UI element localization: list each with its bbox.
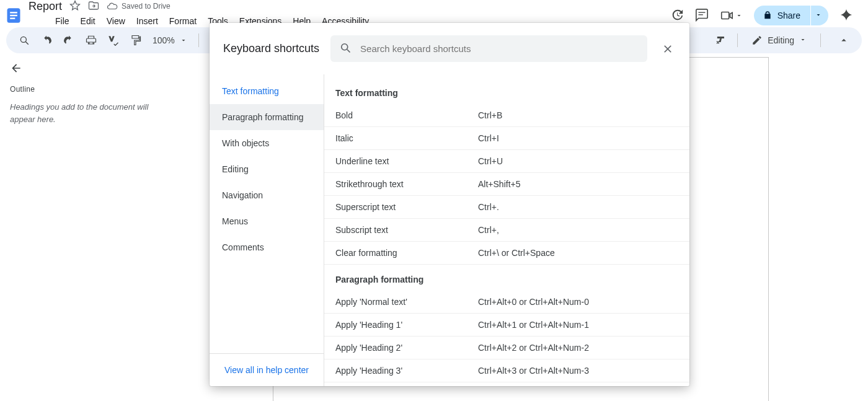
menu-format[interactable]: Format [165,14,201,28]
chevron-down-icon [799,35,807,45]
doc-title[interactable]: Report [27,0,63,13]
spellcheck-icon[interactable] [104,31,123,50]
svg-rect-3 [10,18,15,19]
svg-rect-2 [10,15,17,16]
shortcut-row: BoldCtrl+B [324,104,689,127]
sidebar-item-with-objects[interactable]: With objects [210,130,324,156]
share-button[interactable]: Share [754,6,810,25]
dialog-sidebar: Text formatting Paragraph formatting Wit… [210,74,324,386]
sidebar-item-paragraph-formatting[interactable]: Paragraph formatting [210,104,324,130]
close-icon[interactable] [658,40,677,58]
dialog-search[interactable] [330,35,647,62]
redo-icon[interactable] [60,31,78,50]
print-icon[interactable] [82,31,100,50]
toolbar-separator [198,33,199,47]
toolbar-separator [820,33,821,47]
shortcut-action: Clear formatting [335,248,478,258]
comment-icon[interactable] [695,8,709,24]
search-icon [339,42,352,56]
share-label: Share [777,11,800,20]
menu-insert[interactable]: Insert [132,14,162,28]
outline-pane: Outline Headings you add to the document… [0,53,174,380]
section-title: Text formatting [324,78,689,104]
dialog-sidebar-footer: View all in help center [210,353,324,386]
zoom-value: 100% [153,35,175,45]
shortcut-row: ItalicCtrl+I [324,127,689,150]
dialog-header: Keyboard shortcuts [210,23,689,74]
shortcut-keys: Ctrl+Alt+2 or Ctrl+Alt+Num-2 [478,343,589,353]
star-icon[interactable] [69,0,81,13]
shortcut-action: Strikethrough text [335,179,478,189]
help-center-link[interactable]: View all in help center [224,365,309,375]
shortcut-row: Strikethrough textAlt+Shift+5 [324,173,689,196]
history-icon[interactable] [670,8,684,24]
gemini-icon[interactable] [839,8,853,24]
shortcut-action: Apply 'Heading 2' [335,343,478,353]
sidebar-item-menus[interactable]: Menus [210,208,324,234]
menu-file[interactable]: File [51,14,74,28]
shortcut-row: Apply 'Heading 2'Ctrl+Alt+2 or Ctrl+Alt+… [324,337,689,359]
dialog-title: Keyboard shortcuts [223,42,319,55]
shortcut-keys: Ctrl+Alt+3 or Ctrl+Alt+Num-3 [478,366,589,376]
shortcut-action: Bold [335,110,478,120]
shortcut-keys: Ctrl+\ or Ctrl+Space [478,248,555,258]
shortcut-row: Apply 'Normal text'Ctrl+Alt+0 or Ctrl+Al… [324,291,689,314]
mode-label: Editing [768,35,794,45]
toolbar-separator [737,33,738,47]
dialog-sidebar-items: Text formatting Paragraph formatting Wit… [210,74,324,353]
shortcut-keys: Ctrl+I [478,133,499,143]
svg-point-6 [20,37,26,42]
shortcut-keys: Ctrl+U [478,156,503,166]
clear-formatting-icon[interactable] [711,31,730,50]
paint-format-icon[interactable] [126,31,145,50]
docs-logo[interactable] [4,3,24,28]
header-right: Share [670,6,862,25]
sidebar-item-text-formatting[interactable]: Text formatting [210,78,324,104]
outline-title: Outline [10,85,164,94]
share-group: Share [754,6,828,25]
shortcut-action: Apply 'Normal text' [335,297,478,307]
svg-rect-5 [698,14,702,15]
cloud-status[interactable]: Saved to Drive [107,1,170,12]
dialog-body: Text formatting Paragraph formatting Wit… [210,74,689,386]
svg-point-8 [342,44,348,50]
meet-button[interactable] [720,9,743,22]
dialog-search-input[interactable] [360,43,639,54]
shortcut-keys: Alt+Shift+5 [478,179,521,189]
shortcut-action: Apply 'Heading 3' [335,366,478,376]
shortcut-row: Underline textCtrl+U [324,150,689,173]
shortcut-keys: Ctrl+Alt+1 or Ctrl+Alt+Num-1 [478,320,589,330]
sidebar-item-editing[interactable]: Editing [210,156,324,182]
move-icon[interactable] [88,0,99,13]
zoom-dropdown[interactable]: 100% [149,35,191,45]
collapse-toolbar-icon[interactable] [835,31,853,50]
outline-back-icon[interactable] [10,62,164,76]
sidebar-item-comments[interactable]: Comments [210,234,324,260]
shortcut-row: Clear formattingCtrl+\ or Ctrl+Space [324,242,689,265]
shortcut-keys: Ctrl+B [478,110,502,120]
outline-empty-text: Headings you add to the document will ap… [10,101,164,125]
menu-edit[interactable]: Edit [76,14,100,28]
shortcut-action: Italic [335,133,478,143]
shortcut-action: Superscript text [335,202,478,212]
menu-view[interactable]: View [102,14,130,28]
toolbar-search-icon[interactable] [15,31,33,50]
shortcut-row: Superscript textCtrl+. [324,196,689,219]
shortcut-keys: Ctrl+. [478,202,499,212]
cloud-status-label: Saved to Drive [122,2,170,11]
section-title: Paragraph formatting [324,265,689,291]
share-dropdown[interactable] [811,6,828,25]
mode-dropdown[interactable]: Editing [745,32,813,48]
shortcut-keys: Ctrl+, [478,225,499,235]
keyboard-shortcuts-dialog: Keyboard shortcuts Text formatting Parag… [210,23,689,386]
svg-rect-4 [698,12,705,12]
undo-icon[interactable] [37,31,56,50]
shortcut-row: Subscript textCtrl+, [324,219,689,242]
svg-rect-1 [10,12,17,13]
shortcut-row: Apply 'Heading 3'Ctrl+Alt+3 or Ctrl+Alt+… [324,359,689,382]
shortcut-action: Subscript text [335,225,478,235]
shortcut-action: Apply 'Heading 1' [335,320,478,330]
sidebar-item-navigation[interactable]: Navigation [210,182,324,208]
dialog-content[interactable]: Text formatting BoldCtrl+B ItalicCtrl+I … [324,74,689,386]
svg-line-7 [25,42,29,45]
